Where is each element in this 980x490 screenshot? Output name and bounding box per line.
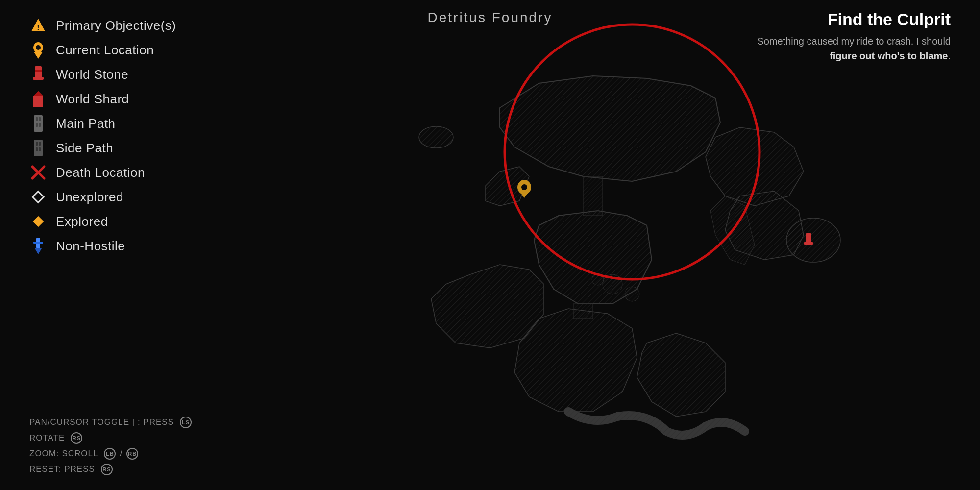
map-title: Detritus Foundry (428, 10, 553, 25)
svg-rect-7 (35, 70, 42, 72)
svg-rect-16 (36, 142, 38, 146)
quest-title: Find the Culprit (745, 10, 951, 29)
legend-label-non-hostile: Non-Hostile (56, 239, 125, 254)
non-hostile-icon (29, 237, 47, 255)
control-pan-text: PAN/CURSOR TOGGLE | : PRESS (29, 417, 174, 427)
legend-item-primary-objective: ! Primary Objective(s) (29, 15, 216, 36)
svg-point-44 (625, 287, 639, 301)
legend-item-non-hostile: Non-Hostile (29, 235, 216, 257)
legend-label-unexplored: Unexplored (56, 190, 123, 205)
legend-label-main-path: Main Path (56, 116, 116, 131)
svg-marker-25 (35, 248, 42, 254)
legend-label-death-location: Death Location (56, 165, 145, 180)
control-reset-badge: RS (101, 464, 113, 475)
svg-point-32 (419, 126, 453, 148)
svg-rect-26 (33, 242, 43, 244)
svg-rect-6 (33, 77, 44, 80)
warning-icon: ! (29, 17, 47, 34)
svg-text:!: ! (37, 24, 39, 32)
svg-rect-50 (806, 233, 811, 243)
quest-desc-text: Something caused my ride to crash. I sho… (757, 36, 951, 47)
svg-rect-18 (36, 147, 38, 151)
quest-description: Something caused my ride to crash. I sho… (745, 34, 951, 63)
control-rotate-text: ROTATE (29, 433, 65, 443)
legend-label-world-shard: World Shard (56, 92, 129, 107)
main-path-icon (29, 115, 47, 132)
svg-rect-13 (36, 123, 38, 127)
legend-label-current-location: Current Location (56, 43, 154, 58)
explored-icon (29, 213, 47, 230)
side-path-icon (29, 139, 47, 157)
world-shard-icon (29, 90, 47, 108)
svg-point-4 (36, 45, 41, 50)
legend-item-unexplored: Unexplored (29, 186, 216, 208)
legend-item-world-stone: World Stone (29, 64, 216, 85)
svg-rect-41 (573, 304, 593, 318)
quest-info-panel: Find the Culprit Something caused my rid… (745, 10, 951, 63)
control-zoom-badge1: LB (104, 448, 116, 460)
current-location-icon (29, 41, 47, 59)
legend-item-death-location: Death Location (29, 162, 216, 183)
svg-rect-12 (39, 117, 41, 121)
svg-rect-17 (39, 142, 41, 146)
svg-rect-10 (34, 115, 43, 132)
control-zoom: ZOOM: SCROLL LB / RB (29, 448, 192, 460)
svg-rect-19 (39, 147, 41, 151)
svg-rect-14 (39, 123, 41, 127)
quest-desc-bold: figure out who's to blame (830, 50, 948, 61)
control-reset-text: RESET: PRESS (29, 465, 95, 474)
svg-rect-11 (36, 117, 38, 121)
control-zoom-text: ZOOM: SCROLL (29, 449, 98, 459)
legend-label-primary-objective: Primary Objective(s) (56, 18, 176, 33)
unexplored-icon (29, 188, 47, 206)
control-pan-badge: LS (180, 416, 192, 428)
legend-label-world-stone: World Stone (56, 67, 128, 82)
legend-item-main-path: Main Path (29, 113, 216, 134)
svg-rect-40 (583, 176, 603, 216)
legend-item-world-shard: World Shard (29, 88, 216, 110)
svg-marker-9 (33, 91, 43, 96)
legend-label-explored: Explored (56, 214, 108, 229)
quest-desc-end: . (948, 50, 951, 61)
world-stone-icon (29, 66, 47, 83)
control-zoom-badge2: RB (126, 448, 138, 460)
control-pan-toggle: PAN/CURSOR TOGGLE | : PRESS LS (29, 416, 192, 428)
svg-rect-23 (33, 216, 44, 227)
controls-panel: PAN/CURSOR TOGGLE | : PRESS LS ROTATE RS… (29, 416, 192, 475)
svg-rect-51 (804, 242, 813, 245)
control-zoom-separator: / (120, 449, 122, 459)
svg-rect-22 (33, 192, 44, 203)
map-svg (225, 0, 980, 490)
legend-item-side-path: Side Path (29, 137, 216, 159)
svg-rect-15 (34, 140, 43, 156)
svg-marker-3 (34, 52, 43, 59)
legend-item-explored: Explored (29, 211, 216, 232)
legend-panel: ! Primary Objective(s) Current Location … (29, 15, 216, 257)
control-rotate-badge: RS (71, 432, 82, 444)
control-reset: RESET: PRESS RS (29, 464, 192, 475)
death-location-icon (29, 164, 47, 181)
legend-label-side-path: Side Path (56, 141, 113, 156)
legend-item-current-location: Current Location (29, 39, 216, 61)
svg-point-49 (521, 184, 527, 190)
control-rotate: ROTATE RS (29, 432, 192, 444)
